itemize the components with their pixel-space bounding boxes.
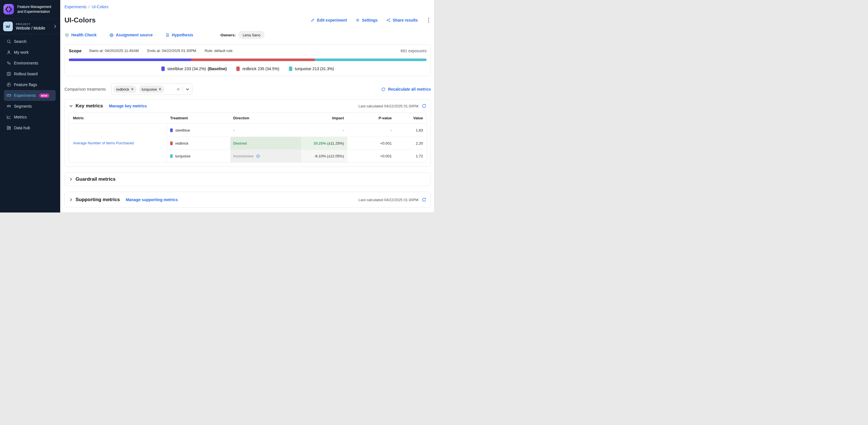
pencil-icon [310,18,315,23]
redbrick-swatch [236,66,240,71]
steelblue-swatch [170,128,173,132]
supporting-metrics-title: Supporting metrics [75,197,120,203]
sidebar-item-environments[interactable]: Environments [4,58,56,68]
table-row: steelblue - - - 1.83 [167,124,426,136]
new-badge: NEW [39,93,50,98]
sidebar: Feature Management and Experimentation w… [0,0,60,212]
sidebar-item-data-hub[interactable]: Data hub [4,122,56,133]
metric-cell: Average Number of Items Purchased [69,124,167,162]
page-title: UI-Colors [64,16,96,24]
col-header-direction: Direction [230,116,301,120]
comparison-row: Comparison treatments redbrick ✕ turquoi… [64,84,431,95]
redbrick-swatch [170,142,173,145]
scope-starts-at: Starts at: 04/20/2025 11:45AM [89,49,138,53]
more-options-kebab-menu[interactable] [426,17,431,24]
supporting-metrics-section: Supporting metrics Manage supporting met… [64,192,431,208]
metric-name-link[interactable]: Average Number of Items Purchased [73,141,134,145]
turquoise-swatch [289,66,292,71]
steelblue-swatch [161,66,165,71]
assignment-source-link[interactable]: Assignment source [109,33,153,37]
sidebar-item-feature-flags[interactable]: Feature flags [4,79,56,90]
remove-turquoise-icon[interactable]: ✕ [158,88,161,91]
settings-button[interactable]: Settings [355,18,377,23]
clear-selection-icon[interactable] [176,87,180,91]
scope-ends-at: Ends at: 04/22/2025 01:30PM [147,49,196,53]
share-results-button[interactable]: Share results [386,18,418,23]
guardrail-metrics-section: Guardrail metrics [64,173,431,186]
remove-redbrick-icon[interactable]: ✕ [131,88,134,91]
col-header-treatment: Treatment [167,116,230,120]
app-logo-row: Feature Management and Experimentation [0,0,60,19]
comparison-treatments-select[interactable]: redbrick ✕ turquoise ✕ [111,84,192,95]
sidebar-item-label: Rollout board [14,71,37,76]
main-content: Experiments / UI-Colors UI-Colors Edit e… [60,0,434,212]
share-icon [386,18,391,23]
last-calculated-text: Last calculated 04/22/2025 01:30PM [359,198,418,202]
document-icon [165,33,170,37]
heart-check-icon [64,33,69,37]
bullseye-icon [109,33,114,37]
refresh-icon [381,87,386,92]
breadcrumb-separator: / [89,4,90,9]
hypothesis-link[interactable]: Hypothesis [165,33,193,37]
refresh-supporting-metrics-button[interactable] [422,197,427,202]
collapse-chevron-down-icon[interactable] [69,104,73,108]
question-circle-icon[interactable]: ? [256,154,260,158]
key-metrics-title: Key metrics [75,103,103,109]
sidebar-item-my-work[interactable]: My work [4,47,56,58]
breadcrumb: Experiments / UI-Colors [64,4,431,9]
project-switcher[interactable]: w/ PROJECT Website / Mobile [0,19,60,34]
scope-title: Scope [69,48,82,53]
owner-badge[interactable]: Lena Sano [239,31,265,39]
edit-experiment-button[interactable]: Edit experiment [310,18,347,23]
col-header-metric: Metric [69,116,167,120]
header-actions: Edit experiment Settings Share results [310,17,431,24]
direction-badge-desired: Desired [233,141,247,146]
expand-chevron-right-icon[interactable] [69,177,73,182]
chevron-down-icon[interactable] [185,87,190,91]
sidebar-item-segments[interactable]: Segments [4,101,56,112]
legend-item-turquoise: turquoise 213 (31.3%) [289,66,334,71]
scope-card: Scope Starts at: 04/20/2025 11:45AM Ends… [64,44,431,76]
col-header-p-value: P-value [347,116,395,120]
legend-item-steelblue: steelblue 233 (34.2%) (Baseline) [161,66,227,71]
expand-chevron-right-icon[interactable] [69,198,73,202]
sidebar-item-search[interactable]: Search [4,36,56,47]
key-metrics-section: Key metrics Manage key metrics Last calc… [64,99,431,167]
table-header-row: Metric Treatment Direction Impact P-valu… [69,113,426,124]
board-columns-icon [6,71,11,77]
bar-segment-turquoise [315,59,427,61]
treatment-distribution-bar [69,59,427,61]
people-group-icon [6,104,11,109]
svg-text:?: ? [257,155,258,157]
direction-badge-inconclusive: Inconclusive [233,154,254,158]
sidebar-item-label: Search [14,39,26,44]
owners-label: Owners: [220,33,236,37]
user-icon [6,50,11,55]
experiment-meta-row: Health Check Assignment source Hypothesi… [64,31,431,39]
flag-circle-icon [6,82,11,88]
manage-key-metrics-link[interactable]: Manage key metrics [109,104,147,108]
turquoise-swatch [170,154,173,158]
refresh-key-metrics-button[interactable] [422,103,427,109]
sidebar-item-experiments[interactable]: Experiments NEW [4,90,56,101]
project-badge: w/ [3,22,13,31]
sidebar-item-rollout-board[interactable]: Rollout board [4,68,56,79]
recalculate-all-metrics-button[interactable]: Recalculate all metrics [381,87,431,92]
squares-grid-icon [6,125,11,131]
breadcrumb-current-link[interactable]: UI-Colors [92,4,108,9]
sidebar-item-label: Experiments [14,93,36,98]
health-check-link[interactable]: Health Check [64,33,97,37]
sidebar-nav: Search My work Environments Rollout boar… [0,34,60,135]
guardrail-metrics-title: Guardrail metrics [75,176,116,182]
col-header-value: Value [395,116,426,120]
sidebar-item-label: Environments [14,61,38,65]
project-name: Website / Mobile [16,26,50,30]
table-row: turquoise Inconclusive ? -6.10% (±12.05%… [167,149,426,162]
last-calculated-text: Last calculated 04/22/2025 01:30PM [359,104,418,108]
sidebar-item-metrics[interactable]: Metrics [4,112,56,122]
hexagons-icon [6,61,11,66]
chip-redbrick: redbrick ✕ [113,86,136,93]
manage-supporting-metrics-link[interactable]: Manage supporting metrics [126,198,178,202]
breadcrumb-experiments-link[interactable]: Experiments [64,4,87,9]
